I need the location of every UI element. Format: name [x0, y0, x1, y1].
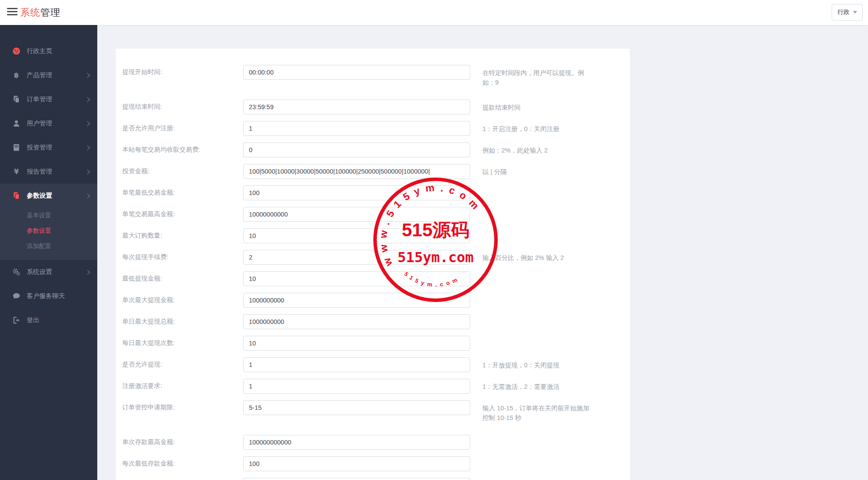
chevron-right-icon: [86, 72, 91, 79]
chevron-right-icon: [86, 269, 91, 276]
field-input[interactable]: [243, 185, 470, 200]
field-input[interactable]: [243, 142, 470, 157]
chevron-right-icon: [86, 120, 91, 127]
sidebar-item-label: 投资管理: [27, 143, 86, 152]
chat-icon: [11, 292, 21, 301]
settings-form-card: 提现开始时间:在特定时间段内，用户可以提现。例如：9提现结束时间:提款结束时间是…: [116, 49, 630, 480]
bitcoin-icon: ฿: [11, 71, 21, 80]
field-input[interactable]: [243, 478, 470, 480]
chevron-right-icon: [86, 144, 91, 151]
menu-toggle-icon[interactable]: [7, 8, 18, 17]
field-hint: [482, 456, 592, 459]
sidebar-subitem[interactable]: 添加配置: [0, 238, 97, 254]
form-row: 提现结束时间:提款结束时间: [122, 100, 630, 114]
sidebar-subitem[interactable]: 基本设置: [0, 208, 97, 223]
field-input[interactable]: [243, 100, 470, 114]
form-row: 每日最大提现次数:: [122, 336, 630, 351]
field-input[interactable]: [243, 435, 470, 450]
field-hint: 提款结束时间: [482, 100, 592, 112]
logout-icon: [11, 316, 21, 325]
form-row: 投资金额:以 | 分隔: [122, 164, 630, 179]
sidebar-item[interactable]: 订单管理: [0, 87, 97, 111]
field-label: 最低提现金额:: [122, 271, 243, 283]
field-input[interactable]: [243, 271, 470, 286]
field-input[interactable]: [243, 336, 470, 351]
field-hint: [482, 336, 592, 339]
form-row: 单笔最低交易金额:: [122, 185, 630, 200]
field-label: 注册激活要求:: [122, 379, 243, 390]
field-input[interactable]: [243, 250, 470, 265]
field-label: 是否允许用户注册:: [122, 121, 243, 132]
field-hint: [482, 271, 592, 274]
svg-text:฿: ฿: [14, 71, 19, 79]
form-row: 存款金额:以 | 分隔: [122, 478, 630, 480]
sidebar-active-section: 参数设置基本设置参数设置添加配置: [0, 184, 97, 260]
gears-icon: [11, 268, 21, 277]
form-row: 提现开始时间:在特定时间段内，用户可以提现。例如：9: [122, 65, 630, 87]
field-input[interactable]: [243, 379, 470, 394]
sidebar-subitem[interactable]: 参数设置: [0, 223, 97, 238]
user-menu-button[interactable]: 行政: [832, 4, 863, 21]
field-label: 每日最大提现次数:: [122, 336, 243, 347]
field-label: 单日最大提现总额:: [122, 314, 243, 326]
field-label: 单笔交易最高金额:: [122, 207, 243, 218]
params-icon: [11, 192, 21, 200]
field-input[interactable]: [243, 207, 470, 222]
page-title-accent: 系统: [20, 7, 40, 18]
field-input[interactable]: [243, 314, 470, 329]
sidebar-item-label: 用户管理: [27, 119, 86, 128]
sidebar-item[interactable]: 行政主页: [0, 39, 97, 63]
form-row: 单日最大提现总额:: [122, 314, 630, 329]
chevron-right-icon: [86, 192, 91, 199]
dashboard-icon: [11, 47, 21, 56]
sidebar-item[interactable]: 用户管理: [0, 111, 97, 135]
sidebar-item[interactable]: 系统设置: [0, 260, 97, 284]
sidebar-item-label: 客户服务聊天: [27, 292, 91, 300]
chevron-right-icon: [86, 96, 91, 103]
field-label: 单次存款最高金额:: [122, 435, 243, 446]
form-row: 最低提现金额:: [122, 271, 630, 286]
field-input[interactable]: [243, 228, 470, 243]
field-hint: 在特定时间段内，用户可以提现。例如：9: [482, 65, 592, 87]
chevron-right-icon: [86, 168, 91, 175]
field-label: 单笔最低交易金额:: [122, 185, 243, 197]
sidebar-item[interactable]: 客户服务聊天: [0, 284, 97, 308]
field-label: 提现开始时间:: [122, 65, 243, 76]
field-label: 是否允许提现:: [122, 357, 243, 369]
field-hint: [482, 293, 592, 296]
form-row: 本站每笔交易均收取交易费:例如：2%，此处输入 2: [122, 142, 630, 157]
field-input[interactable]: [243, 456, 470, 471]
field-hint: [482, 435, 592, 438]
sidebar-item-label: 系统设置: [27, 268, 86, 276]
page-title: 系统管理: [20, 6, 60, 19]
orders-icon: [11, 95, 21, 104]
form-row: 每次提现手续费:输入百分比，例如 2% 输入 2: [122, 250, 630, 265]
field-label: 每次提现手续费:: [122, 250, 243, 261]
chevron-down-icon: [853, 11, 857, 14]
form-row: 单次存款最高金额:: [122, 435, 630, 450]
sidebar-item[interactable]: ¥报告管理: [0, 160, 97, 184]
sidebar-item-label: 登出: [27, 316, 91, 324]
svg-text:¥: ¥: [14, 167, 19, 176]
field-input[interactable]: [243, 121, 470, 136]
sidebar-submenu: 基本设置参数设置添加配置: [0, 208, 97, 260]
sidebar-item-label: 产品管理: [27, 71, 86, 79]
sidebar-item-label: 报告管理: [27, 167, 86, 176]
field-label: 投资金额:: [122, 164, 243, 175]
field-input[interactable]: [243, 164, 470, 179]
field-input[interactable]: [243, 400, 470, 415]
form-row: 注册激活要求:1：无需激活，2：需要激活: [122, 379, 630, 394]
field-hint: [482, 228, 592, 231]
sidebar-item[interactable]: 投资管理: [0, 135, 97, 160]
form-row: 最大订购数量:: [122, 228, 630, 243]
field-input[interactable]: [243, 65, 470, 80]
sidebar-item-label: 订单管理: [27, 95, 86, 103]
sidebar-item[interactable]: 登出: [0, 308, 97, 332]
field-hint: 输入百分比，例如 2% 输入 2: [482, 250, 592, 263]
field-input[interactable]: [243, 357, 470, 372]
field-label: 最大订购数量:: [122, 228, 243, 240]
field-input[interactable]: [243, 293, 470, 308]
sidebar-item[interactable]: ฿产品管理: [0, 63, 97, 87]
sidebar-item[interactable]: 参数设置: [0, 184, 97, 208]
form-row: 是否允许提现:1：开放提现，0：关闭提现: [122, 357, 630, 372]
